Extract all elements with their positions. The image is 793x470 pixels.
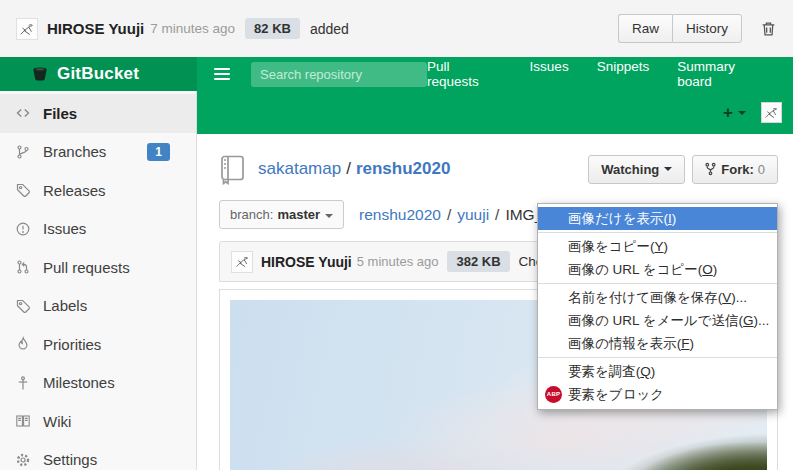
bird-avatar-icon xyxy=(18,20,36,38)
trash-icon xyxy=(760,20,777,37)
sidebar-item-issues[interactable]: Issues xyxy=(0,210,196,249)
branch-icon xyxy=(15,144,33,160)
menu-view-image-info[interactable]: 画像の情報を表示(F) xyxy=(538,332,777,355)
label-tag-icon xyxy=(15,298,33,314)
image-context-menu: 画像だけを表示(I) 画像をコピー(Y) 画像の URL をコピー(O) 名前を… xyxy=(537,203,778,410)
breadcrumb-dir-link[interactable]: yuuji xyxy=(457,206,489,223)
menu-separator xyxy=(538,232,777,233)
nav-summary-board[interactable]: Summary board xyxy=(677,59,769,89)
issue-icon xyxy=(15,221,33,237)
fork-icon xyxy=(705,162,716,176)
sidebar-item-pull-requests[interactable]: Pull requests xyxy=(0,248,196,287)
commit-author: HIROSE Yuuji xyxy=(261,254,352,270)
search-input[interactable] xyxy=(251,62,427,87)
fork-count: 0 xyxy=(758,162,765,177)
repo-book-icon xyxy=(219,154,246,185)
sidebar-item-settings[interactable]: Settings xyxy=(0,441,196,470)
menu-block-element[interactable]: ABP 要素をブロック xyxy=(538,383,777,406)
milestone-icon xyxy=(15,375,33,391)
sidebar-label: Issues xyxy=(43,220,86,237)
sidebar-label: Milestones xyxy=(43,374,115,391)
sidebar-item-branches[interactable]: Branches 1 xyxy=(0,133,196,172)
repo-header-row: sakatamap/renshu2020 Watching Fork: 0 xyxy=(219,147,778,191)
caret-down-icon xyxy=(664,167,672,171)
commit-author-avatar xyxy=(231,251,253,273)
menu-toggle-button[interactable] xyxy=(214,68,230,80)
raw-button[interactable]: Raw xyxy=(618,14,672,43)
menu-save-image-as[interactable]: 名前を付けて画像を保存(V)... xyxy=(538,286,777,309)
watching-dropdown-button[interactable]: Watching xyxy=(588,155,685,184)
sidebar-label: Branches xyxy=(43,143,106,160)
repo-name-link[interactable]: renshu2020 xyxy=(356,159,451,178)
nav-snippets[interactable]: Snippets xyxy=(597,59,650,89)
file-header-actions: Raw History xyxy=(618,14,777,43)
branches-count-badge: 1 xyxy=(147,143,170,161)
nav-issues[interactable]: Issues xyxy=(530,59,569,89)
sidebar-item-files[interactable]: Files xyxy=(0,94,196,133)
repo-toolbar-strip: + xyxy=(197,91,793,134)
author-avatar xyxy=(16,18,38,40)
book-icon xyxy=(15,413,33,429)
commit-author: HIROSE Yuuji xyxy=(47,20,144,37)
sidebar-label: Pull requests xyxy=(43,259,130,276)
adblock-plus-icon: ABP xyxy=(545,386,562,403)
gear-icon xyxy=(15,452,33,468)
repo-actions: Watching Fork: 0 xyxy=(588,155,778,184)
menu-email-image-url[interactable]: 画像の URL をメールで送信(G)... xyxy=(538,309,777,332)
sidebar-label: Releases xyxy=(43,182,106,199)
sidebar-item-milestones[interactable]: Milestones xyxy=(0,364,196,403)
menu-view-image[interactable]: 画像だけを表示(I) xyxy=(538,207,777,230)
sidebar-item-wiki[interactable]: Wiki xyxy=(0,402,196,441)
file-header-bar: HIROSE Yuuji 7 minutes ago 82 KB added R… xyxy=(0,0,793,57)
pull-request-icon xyxy=(15,259,33,275)
flame-icon xyxy=(15,336,33,352)
caret-down-icon xyxy=(325,214,333,218)
bird-avatar-icon xyxy=(234,253,251,270)
sidebar-item-priorities[interactable]: Priorities xyxy=(0,325,196,364)
sidebar-label: Priorities xyxy=(43,336,101,353)
bird-avatar-icon xyxy=(763,104,780,121)
nav-pull-requests[interactable]: Pull requests xyxy=(427,59,502,89)
main-navbar: GitBucket Pull requests Issues Snippets … xyxy=(0,57,793,91)
menu-separator xyxy=(538,283,777,284)
sidebar-label: Wiki xyxy=(43,413,71,430)
menu-copy-image-url[interactable]: 画像の URL をコピー(O) xyxy=(538,258,777,281)
delete-file-button[interactable] xyxy=(760,20,777,37)
sidebar-label: Files xyxy=(43,105,77,122)
fork-button[interactable]: Fork: 0 xyxy=(692,155,778,184)
sidebar-item-releases[interactable]: Releases xyxy=(0,171,196,210)
brand-name: GitBucket xyxy=(57,64,139,84)
commit-time: 7 minutes ago xyxy=(150,21,235,36)
file-size-badge: 82 KB xyxy=(245,18,300,39)
history-button[interactable]: History xyxy=(672,14,742,43)
caret-down-icon xyxy=(738,111,746,115)
hamburger-icon xyxy=(214,68,230,70)
breadcrumb-repo-link[interactable]: renshu2020 xyxy=(359,206,441,223)
repo-title: sakatamap/renshu2020 xyxy=(258,159,450,179)
raw-history-group: Raw History xyxy=(618,14,742,43)
brand-link[interactable]: GitBucket xyxy=(0,57,197,91)
current-branch: master xyxy=(277,207,320,222)
user-avatar-button[interactable] xyxy=(761,102,782,123)
file-size-badge: 382 KB xyxy=(447,251,509,272)
tag-icon xyxy=(15,182,33,198)
menu-inspect-element[interactable]: 要素を調査(Q) xyxy=(538,360,777,383)
create-new-dropdown[interactable]: + xyxy=(723,103,746,123)
commit-time: 5 minutes ago xyxy=(357,254,439,269)
repo-sidebar: Files Branches 1 Releases Issues Pull re… xyxy=(0,91,197,470)
sidebar-item-labels[interactable]: Labels xyxy=(0,287,196,326)
repo-owner-link[interactable]: sakatamap xyxy=(258,159,341,178)
code-icon xyxy=(15,105,33,121)
sidebar-label: Settings xyxy=(43,451,97,468)
commit-message: added xyxy=(310,21,349,37)
sidebar-label: Labels xyxy=(43,297,87,314)
navbar-links: Pull requests Issues Snippets Summary bo… xyxy=(427,59,793,89)
plus-icon: + xyxy=(723,103,733,123)
title-separator: / xyxy=(346,159,351,178)
menu-copy-image[interactable]: 画像をコピー(Y) xyxy=(538,235,777,258)
menu-separator xyxy=(538,357,777,358)
gitbucket-logo-icon xyxy=(31,65,49,83)
branch-selector-button[interactable]: branch:master xyxy=(219,200,344,229)
